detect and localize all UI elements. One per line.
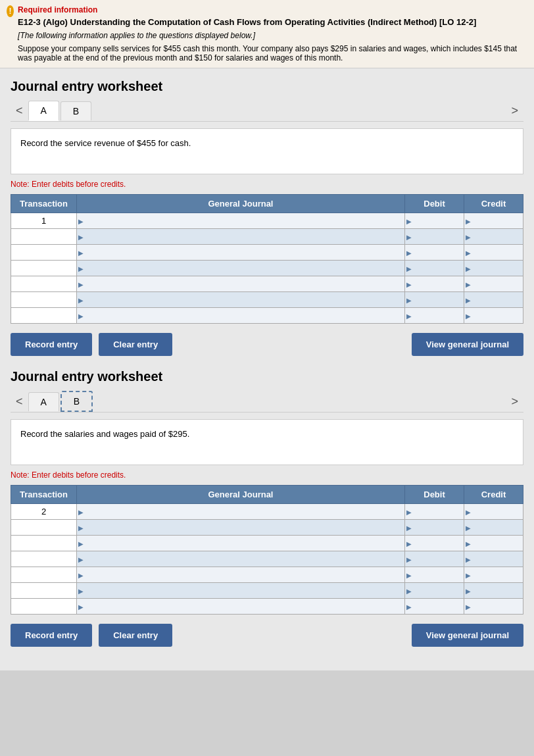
row2-t2-journal[interactable] [77,520,405,536]
row3-journal[interactable] [77,245,405,261]
row3-t2-journal-input[interactable] [77,536,404,551]
row6-debit-input[interactable] [405,292,464,307]
row7-t2-debit[interactable] [405,599,464,615]
tab-B-2[interactable]: B [61,391,93,412]
row3-t2-credit-input[interactable] [464,536,523,551]
row5-debit[interactable] [405,276,464,292]
next-arrow-1[interactable]: > [506,101,523,120]
row1-journal-input[interactable] [77,213,404,228]
row3-credit[interactable] [464,245,523,261]
row5-t2-journal-input[interactable] [77,567,404,582]
row7-debit-input[interactable] [405,308,464,323]
row2-t2-debit-input[interactable] [405,520,464,535]
row3-t2-debit[interactable] [405,536,464,551]
row6-t2-journal[interactable] [77,583,405,599]
record-entry-button-1[interactable]: Record entry [11,333,92,356]
row3-t2-debit-input[interactable] [405,536,464,551]
row3-journal-input[interactable] [77,245,404,260]
row7-credit-input[interactable] [464,308,523,323]
row1-t2-journal[interactable] [77,504,405,520]
row5-t2-debit[interactable] [405,567,464,583]
row6-journal[interactable] [77,292,405,308]
row5-t2-credit-input[interactable] [464,567,523,582]
row6-t2-credit-input[interactable] [464,583,523,598]
row7-credit[interactable] [464,308,523,324]
row2-debit-input[interactable] [405,229,464,244]
row7-t2-journal-input[interactable] [77,599,404,614]
row2-credit-input[interactable] [464,229,523,244]
row2-credit[interactable] [464,229,523,245]
row7-t2-credit-input[interactable] [464,599,523,614]
row6-debit[interactable] [405,292,464,308]
row5-t2-journal[interactable] [77,567,405,583]
row7-t2-journal[interactable] [77,599,405,615]
row3-t2-credit[interactable] [464,536,523,551]
row7-t2-debit-input[interactable] [405,599,464,614]
row5-journal[interactable] [77,276,405,292]
row1-t2-debit-input[interactable] [405,504,464,519]
prev-arrow-2[interactable]: < [11,392,28,411]
tab-A-2[interactable]: A [28,392,59,411]
row1-t2-debit[interactable] [405,504,464,520]
tab-nav-2: < A B > [11,391,523,413]
row6-journal-input[interactable] [77,292,404,307]
row4-t2-debit[interactable] [405,551,464,567]
row7-t2-credit[interactable] [464,599,523,615]
row1-credit-input[interactable] [464,213,523,228]
row5-credit[interactable] [464,276,523,292]
row5-credit-input[interactable] [464,276,523,291]
row5-t2-debit-input[interactable] [405,567,464,582]
row6-t2-journal-input[interactable] [77,583,404,598]
row6-t2-debit[interactable] [405,583,464,599]
view-journal-button-1[interactable]: View general journal [412,333,523,356]
row2-journal[interactable] [77,229,405,245]
record-entry-button-2[interactable]: Record entry [11,624,92,647]
tab-A-1[interactable]: A [28,101,59,121]
row4-journal[interactable] [77,261,405,276]
row2-t2-credit[interactable] [464,520,523,536]
view-journal-button-2[interactable]: View general journal [412,624,523,647]
row4-t2-credit[interactable] [464,551,523,567]
row7-debit[interactable] [405,308,464,324]
row5-t2-credit[interactable] [464,567,523,583]
row4-credit[interactable] [464,261,523,276]
row1-t2-credit-input[interactable] [464,504,523,519]
row4-debit-input[interactable] [405,261,464,276]
row1-t2-credit[interactable] [464,504,523,520]
row2-t2-journal-input[interactable] [77,520,404,535]
col-credit-2: Credit [464,486,523,504]
row2-journal-input[interactable] [77,229,404,244]
row4-t2-journal-input[interactable] [77,551,404,567]
row4-t2-journal[interactable] [77,551,405,567]
row1-debit-input[interactable] [405,213,464,228]
row1-t2-journal-input[interactable] [77,504,404,519]
clear-entry-button-1[interactable]: Clear entry [99,333,172,356]
row2-debit[interactable] [405,229,464,245]
row7-journal-input[interactable] [77,308,404,323]
row1-credit[interactable] [464,213,523,229]
row1-debit[interactable] [405,213,464,229]
row3-t2-journal[interactable] [77,536,405,551]
row6-t2-credit[interactable] [464,583,523,599]
row6-credit-input[interactable] [464,292,523,307]
next-arrow-2[interactable]: > [506,392,523,411]
row3-credit-input[interactable] [464,245,523,260]
prev-arrow-1[interactable]: < [11,101,28,120]
row4-debit[interactable] [405,261,464,276]
row3-debit-input[interactable] [405,245,464,260]
row6-credit[interactable] [464,292,523,308]
row6-t2-debit-input[interactable] [405,583,464,598]
tab-B-1[interactable]: B [61,101,91,120]
row4-t2-credit-input[interactable] [464,551,523,567]
row4-credit-input[interactable] [464,261,523,276]
row2-t2-credit-input[interactable] [464,520,523,535]
row7-journal[interactable] [77,308,405,324]
row2-t2-debit[interactable] [405,520,464,536]
row4-journal-input[interactable] [77,261,404,276]
row5-debit-input[interactable] [405,276,464,291]
row1-journal[interactable] [77,213,405,229]
row3-debit[interactable] [405,245,464,261]
row4-t2-debit-input[interactable] [405,551,464,567]
row5-journal-input[interactable] [77,276,404,291]
clear-entry-button-2[interactable]: Clear entry [99,624,172,647]
